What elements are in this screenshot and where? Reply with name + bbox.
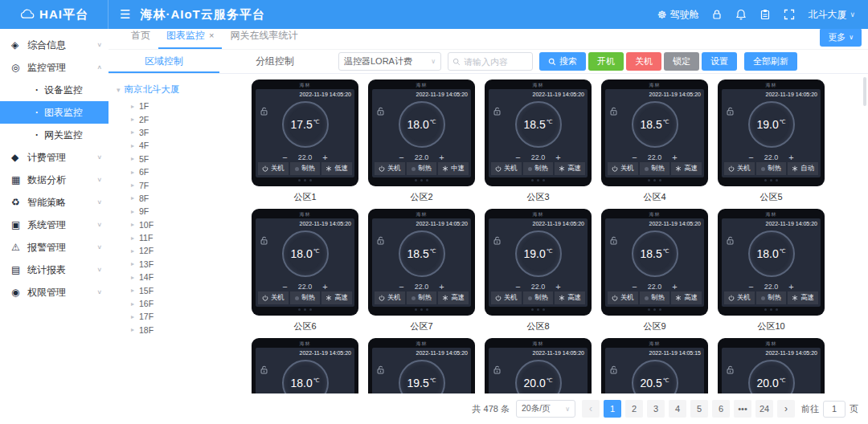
tree-floor-node[interactable]: ▸ 16F (113, 297, 252, 310)
thermostat-card[interactable]: 海林 2022-11-19 14:05:20 19.0℃ (485, 209, 592, 332)
setpoint-increase-button[interactable]: + (439, 153, 444, 162)
building-selector[interactable]: 北斗大厦 ∨ (808, 8, 855, 22)
page-button[interactable]: 6 (712, 400, 730, 418)
setpoint-decrease-button[interactable]: − (282, 153, 287, 162)
sidebar-item[interactable]: ▣ 系统管理 ∨ (0, 214, 108, 236)
sidebar-item[interactable]: ◉ 权限管理 ∨ (0, 281, 108, 304)
lock-icon[interactable] (711, 9, 723, 20)
power-toggle[interactable]: 关机 (724, 162, 755, 175)
power-toggle[interactable]: 关机 (608, 292, 638, 304)
setpoint-increase-button[interactable]: + (322, 282, 327, 292)
power-toggle[interactable]: 关机 (375, 162, 405, 175)
sidebar-item[interactable]: ▦ 数据分析 ∨ (0, 169, 108, 191)
power-toggle[interactable]: 关机 (491, 162, 522, 175)
power-toggle[interactable]: 关机 (724, 292, 755, 304)
sidebar-item[interactable]: ⚠ 报警管理 ∨ (0, 236, 108, 259)
toolbar-button[interactable]: 锁定 (664, 52, 699, 71)
toolbar-button[interactable]: 搜索 (539, 52, 586, 71)
goto-page-input[interactable] (823, 401, 845, 418)
fan-speed-toggle[interactable]: 高速 (788, 292, 818, 304)
mode-toggle[interactable]: 制热 (407, 292, 437, 304)
mode-toggle[interactable]: 制热 (756, 292, 787, 304)
sidebar-item[interactable]: ◈ 综合信息 ∨ (0, 34, 108, 56)
mode-toggle[interactable]: 制热 (640, 162, 670, 175)
setpoint-increase-button[interactable]: + (555, 282, 560, 292)
setpoint-decrease-button[interactable]: − (632, 153, 637, 162)
tree-floor-node[interactable]: ▸ 13F (113, 258, 252, 271)
nav-tab[interactable]: 网关在线率统计 (222, 26, 305, 49)
fan-speed-toggle[interactable]: 中速 (438, 162, 469, 175)
tree-floor-node[interactable]: ▸ 10F (113, 218, 252, 231)
setpoint-decrease-button[interactable]: − (632, 282, 637, 292)
menu-collapse-icon[interactable]: ☰ (120, 7, 130, 22)
setpoint-increase-button[interactable]: + (672, 282, 677, 292)
control-subtab[interactable]: 分组控制 (219, 50, 330, 73)
mode-toggle[interactable]: 制热 (756, 162, 787, 175)
sidebar-item[interactable]: ♻ 智能策略 ∨ (0, 191, 108, 214)
page-button[interactable]: 5 (690, 400, 708, 418)
tree-floor-node[interactable]: ▸ 12F (113, 244, 252, 257)
fan-speed-toggle[interactable]: 自动 (788, 162, 818, 175)
power-toggle[interactable]: 关机 (258, 162, 289, 175)
next-page-button[interactable]: › (777, 400, 795, 418)
power-toggle[interactable]: 关机 (491, 292, 522, 304)
fan-speed-toggle[interactable]: 低速 (321, 162, 352, 175)
tree-floor-node[interactable]: ▸ 6F (113, 165, 252, 178)
fan-speed-toggle[interactable]: 高速 (555, 292, 585, 304)
tree-floor-node[interactable]: ▸ 1F (113, 100, 252, 112)
tree-floor-node[interactable]: ▸ 11F (113, 231, 252, 244)
setpoint-decrease-button[interactable]: − (399, 153, 403, 162)
thermostat-card[interactable]: 海林 2022-11-19 14:05:20 17.5℃ (252, 80, 358, 202)
mode-toggle[interactable]: 制热 (640, 292, 670, 304)
tree-floor-node[interactable]: ▸ 3F (113, 126, 252, 139)
tree-floor-node[interactable]: ▸ 5F (113, 153, 252, 165)
search-input[interactable] (464, 57, 528, 67)
tree-floor-node[interactable]: ▸ 17F (113, 310, 252, 323)
page-button[interactable]: 24 (755, 400, 773, 418)
power-toggle[interactable]: 关机 (258, 292, 289, 304)
control-subtab[interactable]: 区域控制 (108, 50, 219, 73)
thermostat-card[interactable]: 海林 2022-11-19 14:05:20 18.0℃ (718, 209, 825, 332)
setpoint-decrease-button[interactable]: − (515, 282, 520, 292)
tree-floor-node[interactable]: ▸ 14F (113, 271, 252, 283)
page-button[interactable]: ••• (734, 400, 751, 418)
setpoint-decrease-button[interactable]: − (515, 153, 520, 162)
toolbar-button[interactable]: 关机 (626, 52, 661, 71)
nav-tab[interactable]: 首页 (123, 26, 158, 49)
fullscreen-icon[interactable] (784, 9, 795, 20)
toolbar-button[interactable]: 设置 (702, 52, 737, 71)
thermostat-card[interactable]: 海林 2022-11-19 14:05:20 18.5℃ (485, 80, 592, 202)
fan-speed-toggle[interactable]: 高速 (321, 292, 352, 304)
sidebar-item[interactable]: 设备监控 (0, 79, 108, 101)
sidebar-item[interactable]: 图表监控 (0, 101, 108, 124)
mode-toggle[interactable]: 制热 (290, 162, 321, 175)
thermostat-card[interactable]: 海林 2022-11-19 14:05:20 18.5℃ (601, 209, 708, 332)
sidebar-item[interactable]: 网关监控 (0, 124, 108, 146)
page-button[interactable]: 2 (625, 400, 643, 418)
thermostat-card[interactable]: 海林 2022-11-19 14:05:20 18.5℃ (601, 80, 708, 202)
setpoint-increase-button[interactable]: + (672, 153, 677, 162)
tree-floor-node[interactable]: ▸ 9F (113, 205, 252, 218)
tree-floor-node[interactable]: ▸ 15F (113, 283, 252, 296)
mode-toggle[interactable]: 制热 (523, 162, 554, 175)
toolbar-button[interactable]: 开机 (588, 52, 624, 71)
toolbar-button[interactable]: 全部刷新 (744, 52, 797, 71)
setpoint-increase-button[interactable]: + (555, 153, 560, 162)
tree-floor-node[interactable]: ▸ 7F (113, 178, 252, 191)
clipboard-icon[interactable] (760, 9, 771, 20)
fan-speed-toggle[interactable]: 高速 (671, 292, 702, 304)
setpoint-decrease-button[interactable]: − (282, 282, 287, 292)
close-icon[interactable]: × (209, 31, 214, 40)
tree-floor-node[interactable]: ▸ 8F (113, 192, 252, 205)
more-button[interactable]: 更多∨ (820, 28, 862, 47)
mode-toggle[interactable]: 制热 (407, 162, 437, 175)
prev-page-button[interactable]: ‹ (582, 400, 600, 418)
sidebar-item[interactable]: ◎ 监控管理 ∧ (0, 56, 108, 79)
setpoint-increase-button[interactable]: + (322, 153, 327, 162)
tree-floor-node[interactable]: ▸ 4F (113, 139, 252, 152)
setpoint-increase-button[interactable]: + (788, 282, 793, 292)
setpoint-decrease-button[interactable]: − (748, 282, 753, 292)
tree-floor-node[interactable]: ▸ 18F (113, 324, 252, 336)
page-button[interactable]: 4 (669, 400, 686, 418)
setpoint-decrease-button[interactable]: − (399, 282, 403, 292)
